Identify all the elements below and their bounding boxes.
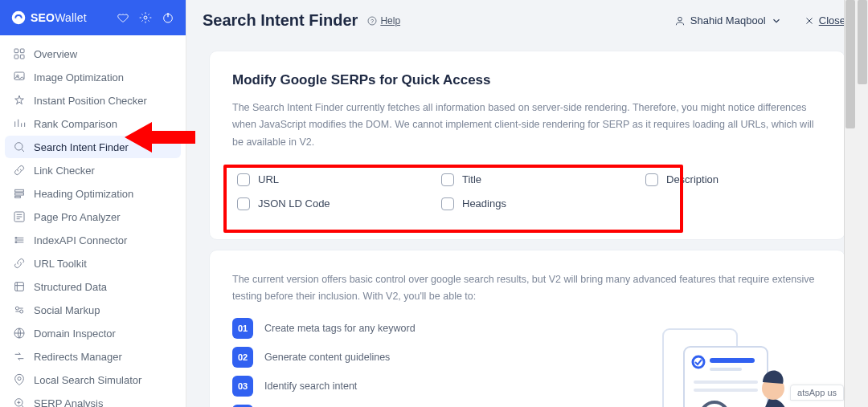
menu-icon <box>13 280 26 293</box>
sidebar-item-local-search-simulator[interactable]: Local Search Simulator <box>5 368 181 391</box>
close-button[interactable]: Close <box>805 14 845 26</box>
outer-scrollbars <box>844 0 868 407</box>
help-link[interactable]: ? Help <box>367 15 400 26</box>
menu-icon <box>13 47 26 60</box>
user-menu[interactable]: Shahid Maqbool <box>674 14 782 26</box>
sidebar-item-label: Social Markup <box>34 304 100 316</box>
red-arrow-icon <box>125 119 195 156</box>
scrollbar-track[interactable] <box>845 0 857 407</box>
sidebar-item-label: Structured Data <box>34 281 107 293</box>
checkbox-grid: URLTitleDescriptionJSON LD CodeHeadings <box>232 165 822 218</box>
scrollbar-thumb[interactable] <box>845 0 855 128</box>
menu-icon <box>13 257 26 270</box>
v2-item: 01Create meta tags for any keyword <box>232 318 822 339</box>
checkbox-box <box>237 197 250 210</box>
sidebar-item-label: URL Toolkit <box>34 258 87 270</box>
menu-icon <box>13 164 26 177</box>
v2-feature-list: 01Create meta tags for any keyword02Gene… <box>232 318 822 407</box>
svg-point-20 <box>18 377 21 381</box>
v2-item-text: Generate content guidelines <box>264 352 390 363</box>
sidebar-item-label: IndexAPI Connector <box>34 234 127 246</box>
checkbox-box <box>237 173 250 186</box>
sidebar-menu: OverviewImage OptimizationInstant Positi… <box>0 35 186 407</box>
checkbox-label: JSON LD Code <box>258 197 330 210</box>
v2-number-badge: 02 <box>232 347 253 368</box>
scrollbar-track[interactable] <box>857 0 869 407</box>
sidebar-item-serp-analysis[interactable]: SERP Analysis <box>5 392 181 407</box>
svg-rect-4 <box>20 49 24 53</box>
menu-icon <box>13 234 26 246</box>
v2-item-text: Identify search intent <box>264 381 357 392</box>
menu-icon <box>13 210 26 223</box>
svg-rect-5 <box>14 55 18 59</box>
checkbox-json-ld-code[interactable]: JSON LD Code <box>237 197 409 210</box>
chevron-down-icon <box>771 15 782 26</box>
sidebar-item-page-pro-analyzer[interactable]: Page Pro Analyzer <box>5 206 181 228</box>
sidebar-item-instant-position-checker[interactable]: Instant Position Checker <box>5 89 181 112</box>
gear-icon[interactable] <box>139 11 152 24</box>
brand-logo[interactable]: SEOWallet <box>11 10 87 25</box>
svg-point-18 <box>20 310 23 313</box>
sidebar-item-label: Link Checker <box>34 165 95 177</box>
svg-rect-6 <box>20 55 24 59</box>
svg-point-0 <box>12 11 26 25</box>
svg-rect-11 <box>15 193 24 195</box>
checkbox-label: URL <box>258 173 279 185</box>
heart-icon[interactable] <box>117 11 129 24</box>
checkbox-description[interactable]: Description <box>645 173 817 186</box>
sidebar-item-url-toolkit[interactable]: URL Toolkit <box>5 252 181 275</box>
sidebar-item-label: SERP Analysis <box>34 397 103 408</box>
v2-item: 03Identify search intent <box>232 376 822 397</box>
brand-header: SEOWallet <box>0 0 186 35</box>
sidebar-item-redirects-manager[interactable]: Redirects Manager <box>5 345 181 368</box>
sidebar-item-link-checker[interactable]: Link Checker <box>5 159 181 181</box>
sidebar-item-label: Overview <box>34 48 77 60</box>
checkbox-label: Headings <box>462 197 506 210</box>
sidebar-item-label: Page Pro Analyzer <box>34 211 121 223</box>
sidebar-item-domain-inspector[interactable]: Domain Inspector <box>5 322 181 344</box>
checkbox-box <box>441 197 454 210</box>
menu-icon <box>13 350 26 363</box>
svg-rect-12 <box>15 196 21 197</box>
svg-rect-10 <box>15 189 24 192</box>
page-title: Search Intent Finder <box>203 11 358 30</box>
sidebar-item-label: Search Intent Finder <box>34 141 129 153</box>
sidebar-item-image-optimization[interactable]: Image Optimization <box>5 66 181 88</box>
sidebar-item-heading-optimization[interactable]: Heading Optimization <box>5 182 181 205</box>
main-panel: Search Intent Finder ? Help Shahid Maqbo… <box>186 0 868 407</box>
svg-point-9 <box>15 143 23 150</box>
v2-number-badge: 03 <box>232 376 253 397</box>
brand-text-bold: SEO <box>31 11 55 24</box>
card-title: Modify Google SERPs for Quick Access <box>232 72 822 88</box>
svg-rect-3 <box>14 49 18 53</box>
menu-icon <box>13 303 26 316</box>
menu-icon <box>13 373 26 386</box>
checkbox-box <box>441 173 454 186</box>
logo-icon <box>11 10 26 25</box>
sidebar-item-structured-data[interactable]: Structured Data <box>5 275 181 298</box>
checkbox-label: Title <box>462 173 481 185</box>
v2-item-text: Create meta tags for any keyword <box>264 323 416 334</box>
sidebar-item-overview[interactable]: Overview <box>5 43 181 65</box>
menu-icon <box>13 327 26 340</box>
sidebar-item-label: Local Search Simulator <box>34 374 141 386</box>
v2-item: 02Generate content guidelines <box>232 347 822 368</box>
checkbox-url[interactable]: URL <box>237 173 409 186</box>
sidebar-item-indexapi-connector[interactable]: IndexAPI Connector <box>5 229 181 251</box>
sidebar-item-label: Domain Inspector <box>34 328 116 340</box>
card-description: The Search Intent Finder currently fetch… <box>232 100 822 151</box>
sidebar: SEOWallet OverviewImage OptimizationInst… <box>0 0 186 407</box>
card-modify-serps: Modify Google SERPs for Quick Access The… <box>209 51 845 240</box>
checkbox-headings[interactable]: Headings <box>441 197 613 210</box>
checkbox-title[interactable]: Title <box>441 173 613 186</box>
menu-icon <box>13 140 26 153</box>
sidebar-item-social-markup[interactable]: Social Markup <box>5 299 181 321</box>
power-icon[interactable] <box>162 11 174 24</box>
scrollbar-thumb[interactable] <box>858 0 867 84</box>
whatsapp-badge[interactable]: atsApp us <box>790 385 844 401</box>
page-header: Search Intent Finder ? Help Shahid Maqbo… <box>186 0 868 41</box>
menu-icon <box>13 187 26 200</box>
sidebar-item-label: Image Optimization <box>34 71 124 83</box>
checkbox-box <box>645 173 658 186</box>
menu-icon <box>13 397 26 407</box>
